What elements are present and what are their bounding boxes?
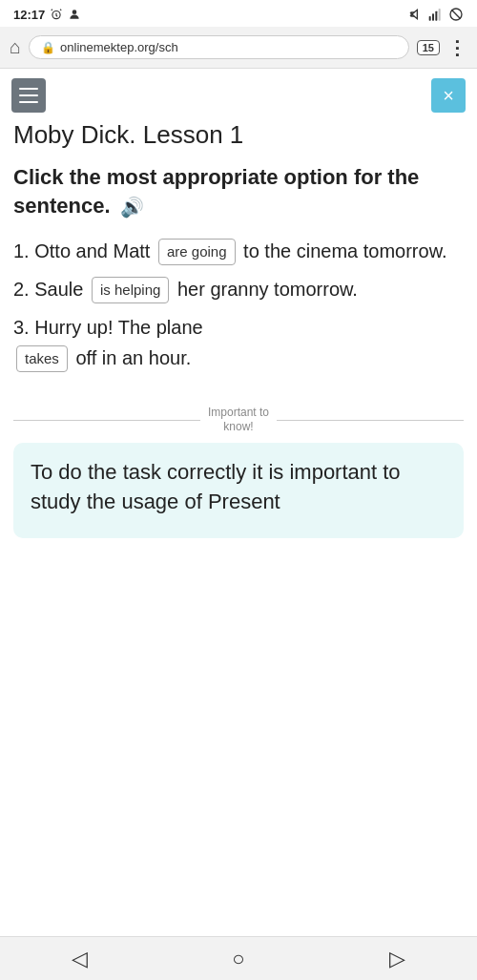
sentence-1: 1. Otto and Matt are going to the cinema… bbox=[13, 236, 464, 266]
status-bar: 12:17 bbox=[0, 0, 477, 27]
svg-point-1 bbox=[73, 10, 77, 14]
home-button[interactable]: ○ bbox=[213, 941, 263, 977]
sentence-3-number: 3. bbox=[13, 317, 30, 338]
sentence-3: 3. Hurry up! The plane takes off in an h… bbox=[13, 312, 464, 373]
svg-rect-5 bbox=[439, 9, 441, 21]
alarm-icon bbox=[50, 8, 63, 21]
forward-button[interactable]: ▷ bbox=[370, 941, 425, 977]
sentence-3-after: off in an hour. bbox=[75, 347, 191, 368]
close-button[interactable]: × bbox=[431, 78, 466, 113]
bottom-navigation: ◁ ○ ▷ bbox=[0, 936, 477, 980]
sentence-2-number: 2. bbox=[13, 279, 30, 300]
sentence-2-before-text: Saule bbox=[34, 279, 83, 300]
sentence-3-before-text: Hurry up! The plane bbox=[34, 317, 202, 338]
status-time: 12:17 bbox=[13, 8, 45, 22]
content-area: × Moby Dick. Lesson 1 Click the most app… bbox=[0, 69, 477, 538]
sentence-1-after: to the cinema tomorrow. bbox=[243, 240, 446, 261]
question-block: Click the most appropriate option for th… bbox=[0, 163, 477, 235]
sentence-1-before-text: Otto and Matt bbox=[34, 240, 150, 261]
status-bar-left: 12:17 bbox=[13, 8, 81, 22]
sentence-2: 2. Saule is helping her granny tomorrow. bbox=[13, 274, 464, 304]
browser-bar: ⌂ 🔒 onlinemektep.org/sch 15 ⋮ bbox=[0, 27, 477, 69]
tab-count-badge[interactable]: 15 bbox=[417, 40, 440, 55]
hamburger-line-3 bbox=[19, 101, 38, 103]
hamburger-button[interactable] bbox=[11, 78, 46, 113]
question-text-content: Click the most appropriate option for th… bbox=[13, 165, 419, 218]
back-button[interactable]: ◁ bbox=[52, 941, 107, 977]
sentence-2-answer[interactable]: is helping bbox=[92, 277, 169, 303]
info-box: To do the task correctly it is important… bbox=[13, 443, 464, 538]
hamburger-line-1 bbox=[19, 88, 38, 90]
lesson-title: Moby Dick. Lesson 1 bbox=[0, 120, 477, 163]
svg-rect-4 bbox=[435, 11, 437, 21]
hamburger-line-2 bbox=[19, 94, 38, 96]
sound-icon[interactable]: 🔊 bbox=[120, 195, 144, 220]
home-icon[interactable]: ⌂ bbox=[10, 36, 21, 58]
url-text: onlinemektep.org/sch bbox=[60, 40, 178, 54]
question-text: Click the most appropriate option for th… bbox=[13, 165, 419, 218]
sentence-2-after: her granny tomorrow. bbox=[177, 279, 358, 300]
lock-icon: 🔒 bbox=[41, 41, 55, 54]
sentences-block: 1. Otto and Matt are going to the cinema… bbox=[0, 236, 477, 396]
divider-line-right bbox=[277, 420, 464, 421]
person-icon bbox=[68, 8, 81, 21]
sentence-3-answer[interactable]: takes bbox=[16, 345, 68, 372]
svg-rect-3 bbox=[432, 13, 434, 20]
no-signal-icon bbox=[448, 7, 464, 22]
status-bar-right bbox=[408, 7, 464, 22]
top-toolbar: × bbox=[0, 69, 477, 120]
svg-rect-2 bbox=[429, 16, 431, 21]
mute-icon bbox=[408, 7, 424, 22]
browser-menu-button[interactable]: ⋮ bbox=[447, 36, 467, 59]
important-label: Important toknow! bbox=[208, 406, 269, 435]
sentence-1-answer[interactable]: are going bbox=[158, 239, 236, 265]
url-box[interactable]: 🔒 onlinemektep.org/sch bbox=[29, 35, 409, 59]
divider-line-left bbox=[13, 420, 200, 421]
signal-icon bbox=[428, 7, 444, 22]
svg-line-7 bbox=[451, 10, 460, 18]
important-divider: Important toknow! bbox=[0, 396, 477, 443]
sentence-1-number: 1. bbox=[13, 240, 30, 261]
info-box-text: To do the task correctly it is important… bbox=[31, 460, 401, 513]
